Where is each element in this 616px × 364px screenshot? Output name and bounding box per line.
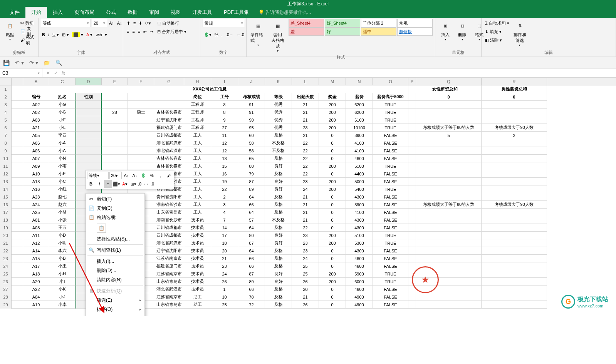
cell-r8-c17[interactable]	[482, 139, 547, 147]
cell-r8-c14[interactable]: FALSE	[373, 139, 408, 147]
cell-r3-c4[interactable]	[102, 101, 128, 109]
style-cell-0[interactable]: 差_Sheet4	[289, 19, 324, 27]
cell-r10-c14[interactable]: FALSE	[373, 155, 408, 162]
row-header-9[interactable]: 9	[0, 147, 12, 155]
col-header-R[interactable]: R	[482, 78, 547, 85]
fx-button[interactable]: fx	[62, 70, 65, 76]
header-cell-10[interactable]: 出勤天数	[292, 93, 319, 101]
cell-r3-c5[interactable]	[128, 101, 154, 109]
cell-r8-c5[interactable]	[128, 139, 154, 147]
cell-r15-c2[interactable]: 赵七	[49, 193, 76, 201]
cell-r4-c11[interactable]: 21	[292, 109, 319, 116]
cell-a2[interactable]	[12, 93, 23, 101]
menu-copy[interactable]: 📄复制(C)	[86, 204, 144, 213]
cell-r6-c7[interactable]: 工程师	[184, 124, 211, 132]
cell-r24-c9[interactable]: 66	[238, 262, 265, 270]
tab-PDF工具集[interactable]: PDF工具集	[218, 7, 255, 18]
cell-r9-c3[interactable]	[76, 147, 102, 155]
cell-r15-c9[interactable]: 64	[238, 193, 265, 201]
currency-button[interactable]: 💲▾	[203, 30, 213, 39]
cell-r26-c12[interactable]: 200	[319, 278, 346, 286]
cell-a4[interactable]	[12, 109, 23, 116]
cell-r10-c9[interactable]: 65	[238, 155, 265, 162]
cell-r4-c4[interactable]: 28	[102, 109, 128, 116]
format-table-button[interactable]: ▦套用 表格格式▾	[269, 19, 287, 53]
cell-r28-c16[interactable]	[416, 293, 482, 301]
cell-r11-c3[interactable]	[76, 162, 102, 170]
conditional-format-button[interactable]: ▦条件格式▾	[249, 19, 267, 48]
cell-r28-c10[interactable]: 及格	[265, 293, 292, 301]
col-header-P[interactable]: P	[408, 78, 416, 85]
cell-r27-c1[interactable]: A22	[23, 286, 49, 293]
name-box[interactable]: C3▾	[0, 68, 42, 77]
align-center-button[interactable]: ≡	[131, 27, 136, 36]
cell-r6-c12[interactable]: 200	[319, 124, 346, 132]
cell-a26[interactable]	[12, 278, 23, 286]
save-button[interactable]: 💾	[3, 60, 10, 66]
cell-r9-c1[interactable]: A06	[23, 147, 49, 155]
cell-r11-c9[interactable]: 80	[238, 162, 265, 170]
col-header-A[interactable]	[12, 78, 23, 85]
cell-r6-c2[interactable]: 小L	[49, 124, 76, 132]
cell-r11-c7[interactable]: 工人	[184, 162, 211, 170]
cell-r5-c11[interactable]: 21	[292, 116, 319, 124]
cell-r12-c10[interactable]: 及格	[265, 170, 292, 178]
cell-r18-c1[interactable]: A01	[23, 216, 49, 224]
align-top-button[interactable]: ⬆	[126, 19, 131, 27]
cell-r4-c10[interactable]: 优秀	[265, 109, 292, 116]
cell-r4-c3[interactable]	[76, 109, 102, 116]
clear-button[interactable]: ◧ 清除 ▾	[484, 36, 510, 44]
cell-r16-c10[interactable]: 及格	[265, 201, 292, 209]
cell-r5-c7[interactable]: 工程师	[184, 116, 211, 124]
cell-r27-c14[interactable]: FALSE	[373, 286, 408, 293]
cell-r11-c13[interactable]: 5100	[346, 162, 373, 170]
cell-r14-c9[interactable]: 89	[238, 185, 265, 193]
row-header-23[interactable]: 23	[0, 255, 12, 262]
cell-r7-c11[interactable]: 21	[292, 132, 319, 139]
cell-r26-c14[interactable]: TRUE	[373, 278, 408, 286]
align-middle-button[interactable]: ≡	[132, 19, 137, 27]
cell-r9-c10[interactable]: 不及格	[265, 147, 292, 155]
cell-r18-c13[interactable]: 4300	[346, 216, 373, 224]
cell-r28-c17[interactable]	[482, 293, 547, 301]
cell-r3-c8[interactable]: 8	[211, 101, 238, 109]
fill-button[interactable]: ⬇ 填充 ▾	[484, 27, 510, 36]
cell-r28-c7[interactable]: 助工	[184, 293, 211, 301]
cell-r25-c11[interactable]: 25	[292, 270, 319, 278]
number-format-combo[interactable]: 常规▾	[203, 19, 245, 27]
cell-r27-c11[interactable]: 20	[292, 286, 319, 293]
cell-r14-c7[interactable]: 工人	[184, 185, 211, 193]
cell-r9-c11[interactable]: 22	[292, 147, 319, 155]
cell-a5[interactable]	[12, 116, 23, 124]
cell-r10-c3[interactable]	[76, 155, 102, 162]
cell-r5-c12[interactable]: 200	[319, 116, 346, 124]
cell-r22-c13[interactable]: 4300	[346, 247, 373, 255]
cell-r3-c17[interactable]	[482, 101, 547, 109]
row-header-5[interactable]: 5	[0, 116, 12, 124]
header-cell-3[interactable]	[102, 93, 128, 101]
cell-a25[interactable]	[12, 270, 23, 278]
col-header-J[interactable]: J	[238, 78, 265, 85]
cell-r25-c9[interactable]: 87	[238, 270, 265, 278]
cell-r21-c12[interactable]: 200	[319, 239, 346, 247]
cell-r12-c12[interactable]: 0	[319, 170, 346, 178]
mini-painter-button[interactable]: 🖌	[165, 172, 173, 179]
wrap-text-button[interactable]: ⬚ 自动换行	[156, 19, 188, 27]
cell-r15-c15[interactable]	[408, 193, 416, 201]
cell-r20-c13[interactable]: 5100	[346, 232, 373, 239]
style-cell-4[interactable]: 差	[289, 27, 324, 36]
cell-r6-c6[interactable]: 福建省厦门市	[154, 124, 184, 132]
cell-r3-c3[interactable]	[76, 101, 102, 109]
cell-r23-c6[interactable]: 江苏省南京市	[154, 255, 184, 262]
cell-r3-c2[interactable]: 小G	[49, 101, 76, 109]
col-header-O[interactable]: O	[373, 78, 408, 85]
cell-r8-c6[interactable]: 湖北省武汉市	[154, 139, 184, 147]
cell-r11-c12[interactable]: 200	[319, 162, 346, 170]
cell-r13-c1[interactable]: A13	[23, 178, 49, 185]
tab-数据[interactable]: 数据	[122, 7, 143, 18]
font-size-combo[interactable]: 20▾	[92, 19, 107, 27]
font-color-button[interactable]: A▾	[85, 30, 94, 39]
cell-r12-c1[interactable]: A10	[23, 170, 49, 178]
cell-r29-c12[interactable]: 0	[319, 301, 346, 309]
undo-button[interactable]: ↶ ▾	[15, 60, 24, 66]
